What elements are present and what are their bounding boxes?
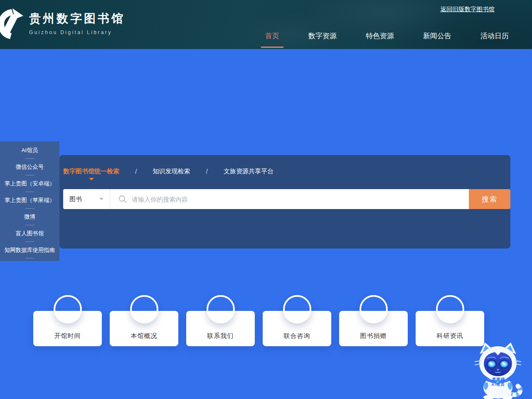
quick-link-research-news[interactable]: 科研资讯 — [416, 295, 484, 347]
tab-label: 数字图书馆统一检索 — [63, 167, 119, 175]
nav-item-featured-resources[interactable]: 特色资源 — [366, 31, 394, 41]
circle-icon — [54, 295, 82, 323]
robot-cat-icon — [475, 341, 524, 399]
search-icon — [118, 195, 127, 203]
quick-access-sidebar: AI馆员 微信公众号 掌上贵图（安卓端） 掌上贵图（苹果端） 微博 盲人图书馆 … — [0, 141, 59, 261]
search-input-area — [110, 189, 469, 209]
quick-link-joint-consultation[interactable]: 联合咨询 — [263, 295, 331, 347]
search-panel: 数字图书馆统一检索 / 知识发现检索 / 文旅资源共享平台 图书 搜索 — [59, 155, 510, 249]
sidebar-item-weibo[interactable]: 微博 — [0, 209, 59, 225]
search-tabs: 数字图书馆统一检索 / 知识发现检索 / 文旅资源共享平台 — [63, 167, 273, 175]
sidebar-item-app-android[interactable]: 掌上贵图（安卓端） — [0, 175, 59, 192]
quick-link-opening-hours[interactable]: 开馆时间 — [33, 295, 102, 347]
main-nav: 首页 数字资源 特色资源 新闻公告 活动日历 — [265, 31, 509, 41]
sidebar-item-wechat[interactable]: 微信公众号 — [0, 159, 59, 175]
nav-item-label: 特色资源 — [366, 32, 394, 40]
quick-link-book-donation[interactable]: 图书捐赠 — [339, 295, 408, 347]
nav-item-home[interactable]: 首页 — [265, 31, 279, 41]
sidebar-item-ai-librarian[interactable]: AI馆员 — [0, 142, 59, 159]
header: 贵州数字图书馆 Guizhou Digital Library 返回旧版数字图书… — [0, 0, 532, 49]
sidebar-item-label: 知网数据库使用指南 — [5, 246, 55, 254]
site-subtitle: Guizhou Digital Library — [29, 30, 125, 35]
sidebar-item-label: AI馆员 — [22, 147, 38, 154]
nav-item-news[interactable]: 新闻公告 — [423, 31, 451, 41]
logo[interactable]: 贵州数字图书馆 Guizhou Digital Library — [0, 6, 125, 42]
tab-label: 文旅资源共享平台 — [224, 167, 273, 175]
mascot-name-badge: 贵图猫 AI馆员 — [474, 377, 523, 387]
nav-item-label: 数字资源 — [308, 32, 337, 40]
circle-icon — [360, 295, 388, 323]
sidebar-item-cnki-guide[interactable]: 知网数据库使用指南 — [0, 242, 59, 259]
search-bar: 图书 — [63, 189, 469, 209]
category-dropdown[interactable]: 图书 — [63, 189, 110, 209]
card-label: 联系我们 — [207, 332, 234, 340]
tab-culture-tourism-platform[interactable]: 文旅资源共享平台 — [224, 167, 273, 175]
tab-label: 知识发现检索 — [153, 167, 190, 175]
mascot-name-line2: AI馆员 — [474, 382, 522, 387]
old-version-link[interactable]: 返回旧版数字图书馆 — [441, 5, 495, 13]
sidebar-item-label: 盲人图书馆 — [16, 230, 44, 237]
card-label: 本馆概况 — [131, 332, 158, 340]
circle-icon — [207, 295, 235, 323]
sidebar-item-label: 掌上贵图（安卓端） — [5, 180, 55, 187]
search-input[interactable] — [132, 196, 469, 203]
circle-icon — [283, 295, 311, 323]
tab-separator: / — [135, 168, 137, 175]
card-label: 开馆时间 — [54, 332, 81, 340]
circle-icon — [436, 295, 464, 323]
tab-active-indicator-icon — [89, 178, 94, 180]
circle-icon — [130, 295, 158, 323]
tab-knowledge-discovery[interactable]: 知识发现检索 — [153, 167, 190, 175]
quick-link-contact-us[interactable]: 联系我们 — [186, 295, 255, 347]
card-label: 联合咨询 — [284, 332, 310, 340]
tab-unified-search[interactable]: 数字图书馆统一检索 — [63, 167, 119, 175]
nav-item-label: 活动日历 — [480, 32, 509, 40]
mascot-name-line1: 贵图猫 — [475, 377, 522, 382]
sidebar-item-app-ios[interactable]: 掌上贵图（苹果端） — [0, 192, 59, 209]
library-logo-icon — [0, 6, 24, 42]
nav-item-label: 首页 — [265, 32, 279, 40]
sidebar-item-label: 微信公众号 — [16, 163, 44, 171]
quick-link-library-overview[interactable]: 本馆概况 — [110, 295, 178, 347]
nav-item-digital-resources[interactable]: 数字资源 — [308, 31, 337, 41]
nav-active-underline — [261, 47, 283, 48]
category-selected-value: 图书 — [69, 195, 82, 203]
search-button[interactable]: 搜索 — [469, 189, 510, 209]
card-label: 科研资讯 — [437, 332, 463, 340]
tab-separator: / — [206, 168, 207, 175]
quick-links: 开馆时间 本馆概况 联系我们 联合咨询 图书捐赠 科研资讯 — [33, 295, 484, 347]
sidebar-item-blind-library[interactable]: 盲人图书馆 — [0, 225, 59, 242]
nav-item-events-calendar[interactable]: 活动日历 — [480, 31, 509, 41]
sidebar-item-label: 掌上贵图（苹果端） — [5, 197, 55, 204]
nav-item-label: 新闻公告 — [423, 32, 451, 40]
sidebar-item-label: 微博 — [24, 213, 35, 221]
site-title: 贵州数字图书馆 — [29, 11, 125, 27]
card-label: 图书捐赠 — [360, 332, 387, 340]
caret-down-icon — [99, 198, 103, 200]
ai-mascot-cat[interactable]: 贵图猫 AI馆员 — [475, 341, 524, 399]
